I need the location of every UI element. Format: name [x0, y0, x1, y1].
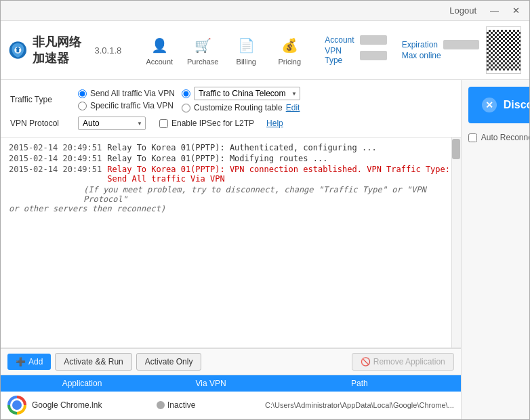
ipsec-checkbox-label[interactable]: Enable IPSec for L2TP	[159, 119, 254, 128]
logout-button[interactable]: Logout	[445, 4, 481, 17]
account-icon: 👤	[148, 35, 170, 56]
customize-label: Customize Routing table	[194, 103, 283, 112]
title-bar-controls: Logout — ✕	[445, 4, 524, 17]
traffic-radio-group-left: Send All traffic Via VPN Specific traffi…	[78, 89, 175, 110]
log-entry-1: 2015-02-14 20:49:51 Relay To Korea 01(PP…	[9, 143, 453, 152]
specific-radio[interactable]	[78, 102, 87, 110]
china-telecom-radio-label[interactable]: Traffic to China TelecomTraffic to China…	[182, 87, 300, 100]
max-online-row: Max online	[402, 51, 480, 60]
app-title: 非凡网络加速器	[33, 34, 87, 66]
main-content: Traffic Type Send All traffic Via VPN Sp…	[1, 80, 529, 419]
protocol-select-wrap[interactable]: AutoPPTPL2TPOpenVPN	[78, 117, 146, 130]
ipsec-label: Enable IPSec for L2TP	[171, 119, 254, 128]
remove-application-button[interactable]: 🚫 Remove Application	[352, 353, 454, 371]
add-plus-icon: ➕	[16, 357, 26, 366]
logo-area: 非凡网络加速器 3.0.1.8	[9, 34, 121, 66]
log-entry-3: 2015-02-14 20:49:51 Relay To Korea 01(PP…	[9, 165, 453, 184]
account-label: Account	[325, 35, 354, 45]
col-path: Path	[265, 379, 454, 388]
qr-inner	[487, 30, 521, 70]
activate-only-button[interactable]: Activate Only	[136, 353, 202, 371]
disconnect-label: Disconnect	[504, 99, 529, 111]
specific-radio-label[interactable]: Specific traffic Via VPN	[78, 101, 175, 110]
activate-run-button[interactable]: Activate && Run	[55, 353, 131, 371]
disconnect-button[interactable]: ✕ Disconnect	[468, 87, 529, 123]
log-hint-1: (If you meet problem, try to disconnect,…	[83, 185, 453, 204]
log-msg-1: Relay To Korea 01(PPTP): Authenticated, …	[107, 143, 376, 152]
header: 非凡网络加速器 3.0.1.8 👤 Account 🛒 Purchase 📄 B…	[1, 21, 529, 80]
expiration-value	[443, 40, 479, 49]
path-cell: C:\Users\Administrator\AppData\Local\Goo…	[265, 401, 454, 409]
log-entry-2: 2015-02-14 20:49:51 Relay To Korea 01(PP…	[9, 154, 453, 163]
china-telecom-radio[interactable]	[182, 89, 190, 98]
billing-icon: 📄	[235, 35, 257, 56]
nav-account-label: Account	[146, 58, 173, 66]
traffic-type-label: Traffic Type	[10, 95, 71, 104]
log-time-3: 2015-02-14 20:49:51	[9, 165, 102, 184]
add-button[interactable]: ➕ Add	[7, 354, 51, 370]
table-row[interactable]: Google Chrome.lnk Inactive C:\Users\Admi…	[1, 392, 461, 419]
nav-purchase-label: Purchase	[187, 58, 218, 66]
ipsec-checkbox[interactable]	[159, 119, 168, 128]
add-label: Add	[28, 357, 43, 366]
customize-radio-label[interactable]: Customize Routing table Edit	[182, 103, 300, 112]
account-row: Account	[325, 35, 386, 45]
log-time-1: 2015-02-14 20:49:51	[9, 143, 102, 152]
purchase-icon: 🛒	[192, 35, 213, 56]
expiration-row: Expiration	[402, 40, 480, 49]
title-bar: Logout — ✕	[1, 1, 529, 21]
col-via-vpn: Via VPN	[157, 379, 265, 388]
vpn-type-value	[360, 51, 387, 60]
nav-pricing-label: Pricing	[278, 58, 301, 66]
nav-billing-label: Billing	[237, 58, 256, 66]
chrome-icon	[7, 396, 26, 415]
left-panel: Traffic Type Send All traffic Via VPN Sp…	[1, 80, 462, 419]
pricing-icon: 💰	[279, 35, 300, 56]
disconnect-icon: ✕	[482, 98, 497, 112]
expiry-area: Expiration Max online	[402, 40, 480, 60]
vpn-protocol-label: VPN Protocol	[10, 119, 71, 128]
auto-reconnect-text: Auto Reconnect	[481, 133, 529, 142]
specific-label: Specific traffic Via VPN	[90, 101, 174, 110]
toolbar: ➕ Add Activate && Run Activate Only 🚫 Re…	[1, 349, 461, 375]
app-window: Logout — ✕ 非凡网络加速器 3.0.1.8 👤 Account	[0, 0, 530, 420]
customize-radio[interactable]	[182, 104, 190, 112]
remove-label: Remove Application	[373, 357, 445, 366]
auto-reconnect-label[interactable]: Auto Reconnect	[468, 133, 529, 142]
nav-purchase[interactable]: 🛒 Purchase	[182, 31, 223, 69]
send-all-radio[interactable]	[78, 89, 87, 98]
vpn-type-label: VPN Type	[325, 46, 354, 65]
log-msg-3: Relay To Korea 01(PPTP): VPN connection …	[107, 165, 453, 184]
right-panel: ✕ Disconnect Auto Reconnect	[462, 80, 529, 419]
traffic-section: Traffic Type Send All traffic Via VPN Sp…	[1, 80, 461, 138]
via-vpn-label: Inactive	[167, 400, 195, 410]
minimize-button[interactable]: —	[486, 4, 503, 17]
traffic-dropdown-wrap[interactable]: Traffic to China TelecomTraffic to China…	[194, 87, 300, 100]
send-all-radio-label[interactable]: Send All traffic Via VPN	[78, 89, 175, 98]
vpn-type-row: VPN Type	[325, 46, 386, 65]
nav-pricing[interactable]: 💰 Pricing	[269, 31, 310, 69]
help-link[interactable]: Help	[266, 119, 283, 128]
close-button[interactable]: ✕	[508, 4, 524, 17]
nav-icons: 👤 Account 🛒 Purchase 📄 Billing 💰 Pricing	[139, 31, 310, 69]
app-logo	[9, 36, 27, 64]
app-name-label: Google Chrome.lnk	[32, 400, 102, 410]
nav-account[interactable]: 👤 Account	[139, 31, 180, 69]
app-version: 3.0.1.8	[95, 45, 122, 56]
scrollbar[interactable]	[451, 138, 461, 348]
edit-link[interactable]: Edit	[286, 103, 300, 112]
protocol-select[interactable]: AutoPPTPL2TPOpenVPN	[78, 117, 146, 130]
scrollbar-thumb	[452, 139, 460, 159]
log-hint-2: or other servers then reconnect)	[9, 204, 453, 213]
via-vpn-cell: Inactive	[157, 400, 265, 410]
qr-code	[486, 26, 521, 74]
send-all-label: Send All traffic Via VPN	[90, 89, 175, 98]
traffic-radio-group-right: Traffic to China TelecomTraffic to China…	[182, 87, 300, 112]
traffic-dropdown[interactable]: Traffic to China TelecomTraffic to China…	[194, 87, 300, 100]
expiration-label: Expiration	[402, 40, 438, 49]
auto-reconnect-checkbox[interactable]	[468, 133, 477, 142]
app-table-section: ➕ Add Activate && Run Activate Only 🚫 Re…	[1, 348, 461, 419]
table-header: Application Via VPN Path	[1, 375, 461, 392]
status-dot	[157, 401, 165, 409]
nav-billing[interactable]: 📄 Billing	[226, 31, 266, 69]
